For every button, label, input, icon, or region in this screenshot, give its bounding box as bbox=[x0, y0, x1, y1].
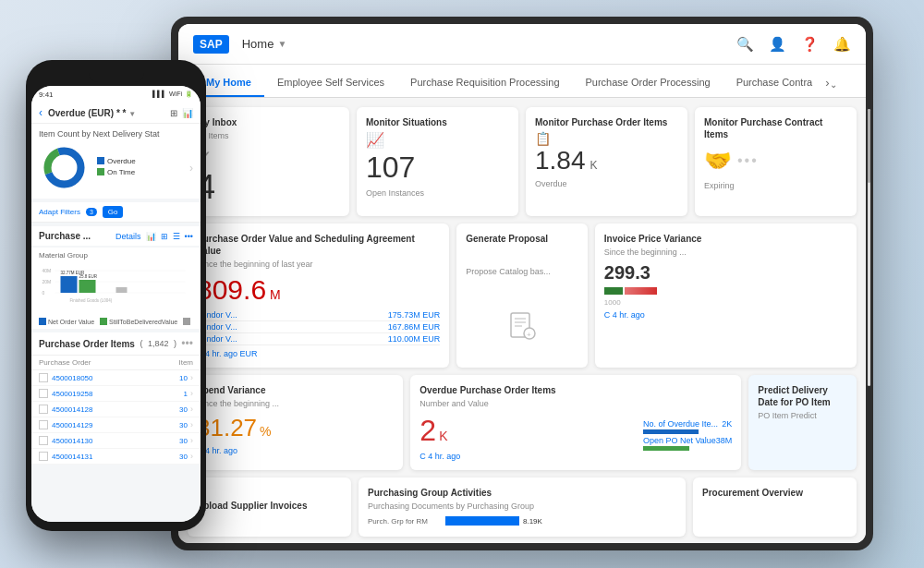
overdue-subtitle: Number and Value bbox=[419, 399, 732, 408]
tile-invoice-price-variance[interactable]: Invoice Price Variance Since the beginni… bbox=[595, 224, 857, 368]
legend-green-box bbox=[100, 318, 107, 325]
list-item[interactable]: 4500014129 30 › bbox=[31, 417, 201, 433]
list-item[interactable]: 4500018050 10 › bbox=[31, 370, 201, 386]
list-item[interactable]: 4500019258 1 › bbox=[31, 386, 201, 402]
overdue-title: Overdue Purchase Order Items bbox=[419, 384, 732, 396]
table-view-icon[interactable]: ⊞ bbox=[170, 108, 177, 118]
overdue-stat2-value: 38M bbox=[716, 436, 733, 445]
po-value-group: 809.6 M bbox=[197, 274, 440, 306]
po-number: 4500014128 bbox=[52, 405, 160, 414]
row-chevron[interactable]: › bbox=[190, 436, 193, 445]
tab-employee-self-services[interactable]: Employee Self Services bbox=[264, 77, 397, 97]
overdue-stat1: No. of Overdue Ite... 2K bbox=[643, 419, 732, 429]
notification-icon[interactable]: 🔔 bbox=[833, 36, 851, 53]
tabs-expand[interactable]: ⌄ bbox=[830, 79, 837, 97]
go-button[interactable]: Go bbox=[103, 206, 124, 218]
chart-icon-sm[interactable]: 📊 bbox=[146, 232, 156, 241]
list-count: ( bbox=[140, 339, 142, 348]
vendor2-value: 167.86M EUR bbox=[388, 322, 441, 332]
svg-text:20M: 20M bbox=[43, 279, 52, 284]
more-icon[interactable]: ••• bbox=[185, 232, 193, 241]
phone-notch bbox=[89, 69, 144, 82]
tile-upload-invoices[interactable]: Upload Supplier Invoices bbox=[188, 477, 351, 537]
tile-generate-proposal[interactable]: Generate Proposal Propose Catalog bas...… bbox=[456, 224, 588, 368]
phone-title-arrow[interactable]: ▼ bbox=[128, 110, 136, 118]
help-icon[interactable]: ❓ bbox=[801, 36, 819, 53]
user-icon[interactable]: 👤 bbox=[769, 36, 786, 53]
row-checkbox[interactable] bbox=[39, 373, 48, 382]
tablet-device: SAP Home ▼ 🔍 👤 ❓ 🔔 My Home Employee Self… bbox=[171, 17, 873, 550]
contract-footer: Expiring bbox=[704, 181, 847, 190]
list-item[interactable]: 4500014128 30 › bbox=[31, 402, 201, 417]
tile-monitor-situations[interactable]: Monitor Situations 📈 107 Open Instances bbox=[357, 107, 518, 216]
table-icon-sm[interactable]: ⊞ bbox=[161, 232, 168, 241]
row-checkbox[interactable] bbox=[39, 389, 48, 398]
proposal-title: Generate Proposal bbox=[466, 233, 578, 245]
tile-procurement-overview[interactable]: Procurement Overview bbox=[693, 477, 857, 537]
home-nav[interactable]: Home ▼ bbox=[242, 37, 287, 51]
tile-predict-delivery[interactable]: Predict Delivery Date for PO Item PO Ite… bbox=[748, 375, 857, 470]
list-item[interactable]: 4500014130 30 › bbox=[31, 433, 201, 449]
phone-title: Overdue (EUR) * * ▼ bbox=[48, 108, 164, 118]
predict-title: Predict Delivery Date for PO Item bbox=[758, 384, 847, 408]
details-link[interactable]: Details bbox=[116, 232, 141, 241]
tab-purchase-contra[interactable]: Purchase Contra bbox=[723, 77, 826, 97]
overdue-bar-green bbox=[643, 446, 689, 451]
row-checkbox[interactable] bbox=[39, 436, 48, 445]
tile-po-value[interactable]: Purchase Order Value and Scheduling Agre… bbox=[188, 224, 449, 368]
purchasing-bars: Purch. Grp for RM 8.19K bbox=[368, 516, 676, 526]
phone-section-actions: Details 📊 ⊞ ☰ ••• bbox=[116, 232, 193, 241]
row-chevron[interactable]: › bbox=[190, 452, 193, 461]
row-chevron[interactable]: › bbox=[190, 420, 193, 429]
purch-bar-label: Purch. Grp for RM bbox=[368, 517, 442, 526]
ipv-bar-green bbox=[604, 287, 623, 295]
row-chevron[interactable]: › bbox=[190, 405, 193, 414]
tab-purchase-order[interactable]: Purchase Order Processing bbox=[573, 77, 723, 97]
overdue-value: 2 bbox=[419, 414, 436, 448]
vendor-list: Vendor V... 175.73M EUR Vendor V... 167.… bbox=[197, 309, 440, 345]
list-item[interactable]: 4500014131 30 › bbox=[31, 449, 201, 465]
material-group-label: Material Group bbox=[39, 251, 193, 260]
po-number: 4500018050 bbox=[52, 374, 160, 382]
spend-unit: % bbox=[260, 424, 271, 439]
tile-my-inbox[interactable]: My Inbox All Items ✓ 4 bbox=[188, 107, 349, 216]
chart-nav-arrow[interactable]: › bbox=[189, 162, 193, 175]
po-items-title: Monitor Purchase Order Items bbox=[535, 116, 678, 128]
tile-monitor-po-items[interactable]: Monitor Purchase Order Items 📋 1.84 K Ov… bbox=[526, 107, 687, 216]
item-number: 30 bbox=[160, 437, 188, 445]
purch-bar bbox=[445, 516, 519, 526]
svg-rect-20 bbox=[116, 287, 128, 293]
tile-monitor-contract[interactable]: Monitor Purchase Contract Items 🤝 ••• Ex… bbox=[695, 107, 857, 216]
search-icon[interactable]: 🔍 bbox=[736, 36, 754, 53]
ipv-value: 299.3 bbox=[604, 262, 847, 284]
tiles-row3: Spend Variance Since the beginning ... 3… bbox=[188, 375, 857, 470]
row-chevron[interactable]: › bbox=[190, 389, 193, 398]
chart-view-icon[interactable]: 📊 bbox=[182, 108, 193, 118]
tiles-row2: Purchase Order Value and Scheduling Agre… bbox=[188, 224, 857, 368]
tile-overdue-po-items[interactable]: Overdue Purchase Order Items Number and … bbox=[410, 375, 741, 470]
row-checkbox[interactable] bbox=[39, 452, 48, 461]
po-value-title: Purchase Order Value and Scheduling Agre… bbox=[197, 233, 440, 257]
overdue-left: 2 K C 4 hr. ago bbox=[419, 414, 460, 461]
list-column-headers: Purchase Order Item bbox=[31, 356, 201, 370]
phone-header: ‹ Overdue (EUR) * * ▼ ⊞ 📊 bbox=[31, 103, 201, 124]
list-more-icon[interactable]: ••• bbox=[181, 337, 193, 350]
tile-purchasing-group[interactable]: Purchasing Group Activities Purchasing D… bbox=[359, 477, 686, 537]
vendor-row-3: Vendor V... 110.00M EUR bbox=[197, 333, 440, 345]
row-checkbox[interactable] bbox=[39, 405, 48, 414]
purch-bar-row-1: Purch. Grp for RM 8.19K bbox=[368, 516, 676, 526]
back-button[interactable]: ‹ bbox=[39, 106, 43, 119]
row-checkbox[interactable] bbox=[39, 420, 48, 429]
adapt-filters-button[interactable]: Adapt Filters bbox=[39, 208, 80, 216]
phone-section-title: Purchase ... bbox=[39, 231, 91, 241]
bar-chart-legend: Net Order Value StillToBeDeliveredValue bbox=[39, 318, 193, 325]
po-value-subtitle: Since the beginning of last year bbox=[197, 260, 440, 269]
tab-purchase-requisition[interactable]: Purchase Requisition Processing bbox=[397, 77, 572, 97]
list-icon-sm[interactable]: ☰ bbox=[173, 232, 180, 241]
po-value-footer: C 4 hr. ago EUR bbox=[197, 349, 440, 358]
row-chevron[interactable]: › bbox=[190, 373, 193, 382]
po-items-value: 1.84 bbox=[535, 146, 586, 175]
ipv-title: Invoice Price Variance bbox=[604, 233, 847, 245]
tile-spend-variance[interactable]: Spend Variance Since the beginning ... 3… bbox=[188, 375, 403, 470]
item-number: 1 bbox=[160, 390, 188, 398]
